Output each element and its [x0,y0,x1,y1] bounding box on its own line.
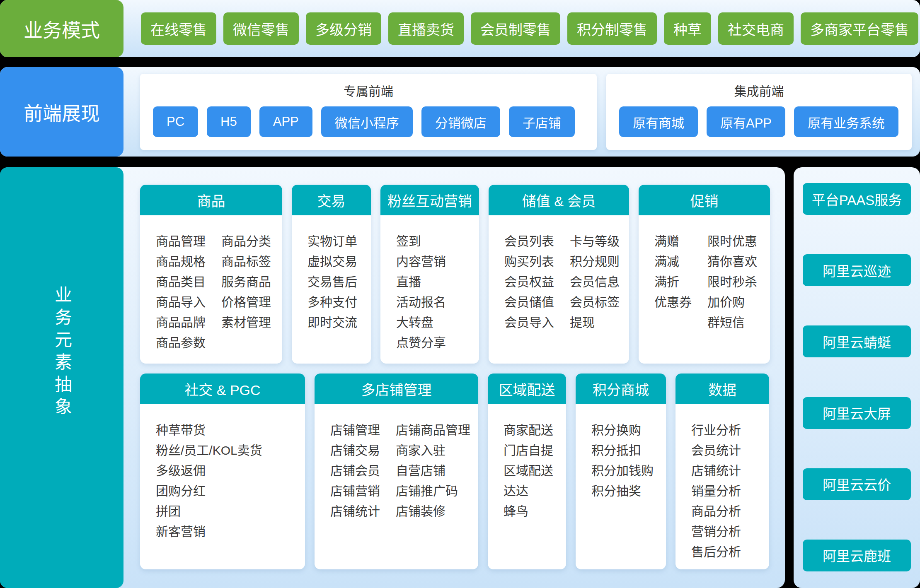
feature-card: 区域配送商家配送门店自提区域配送达达蜂鸟 [488,374,566,569]
card-item: 营销分析 [691,521,741,542]
card-title: 积分商城 [576,374,666,404]
integrated-frontend-nodes: 原有商城原有APP原有业务系统 [606,106,912,137]
card-item: 会员标签 [570,292,620,312]
card-item: 交易售后 [307,272,357,292]
card-title: 区域配送 [488,374,566,404]
diagram-node[interactable]: 阿里云大屏 [803,397,911,429]
feature-card: 数据行业分析会员统计店铺统计销量分析商品分析营销分析售后分析 [675,374,769,569]
card-item: 销量分析 [691,481,741,501]
feature-cards-area: 商品商品管理商品规格商品类目商品导入商品品牌商品参数商品分类商品标签服务商品价格… [140,185,770,569]
diagram-node[interactable]: 积分制零售 [567,12,657,45]
diagram-node[interactable]: 阿里云蜻蜓 [803,325,911,357]
card-item: 大转盘 [396,312,446,333]
diagram-node[interactable]: 微信零售 [223,12,299,45]
frontend-label: 前端展现 [0,67,123,157]
card-body: 会员列表购买列表会员权益会员储值会员导入卡与等级积分规则会员信息会员标签提现 [489,215,629,364]
card-column: 卡与等级积分规则会员信息会员标签提现 [570,231,620,364]
card-item: 多种支付 [307,292,357,312]
card-title: 粉丝互动营销 [380,185,479,215]
card-item: 店铺商品管理 [396,420,470,440]
card-item: 签到 [396,231,446,251]
card-item: 会员储值 [504,292,554,312]
card-item: 售后分析 [691,542,741,562]
card-item: 加价购 [707,292,757,312]
frontend-section: 前端展现 专属前端 PCH5APP微信小程序分销微店子店铺 集成前端 原有商城原… [0,67,920,157]
diagram-node[interactable]: 原有业务系统 [794,106,898,137]
card-item: 行业分析 [691,420,741,440]
feature-card: 交易实物订单虚拟交易交易售后多种支付即时交流 [292,185,371,364]
feature-card: 商品商品管理商品规格商品类目商品导入商品品牌商品参数商品分类商品标签服务商品价格… [140,185,282,364]
feature-card: 社交 & PGC种草带货粉丝/员工/KOL卖货多级返佣团购分红拼团新客营销 [140,374,305,569]
diagram-node[interactable]: 多商家平台零售 [801,12,918,45]
card-column: 店铺管理店铺交易店铺会员店铺营销店铺统计 [330,420,380,569]
card-item: 店铺管理 [330,420,380,440]
business-model-label: 业务模式 [0,0,123,57]
card-item: 群短信 [707,312,757,333]
paas-section: 平台PAAS服务阿里云巡迹阿里云蜻蜓阿里云大屏阿里云云价阿里云鹿班 [794,167,920,588]
diagram-node[interactable]: 阿里云巡迹 [803,254,911,286]
card-item: 积分抽奖 [591,481,654,501]
card-column: 会员列表购买列表会员权益会员储值会员导入 [504,231,554,364]
card-column: 种草带货粉丝/员工/KOL卖货多级返佣团购分红拼团新客营销 [156,420,262,569]
feature-card: 促销满赠满减满折优惠券限时优惠猜你喜欢限时秒杀加价购群短信 [639,185,770,364]
feature-card: 粉丝互动营销签到内容营销直播活动报名大转盘点赞分享 [380,185,479,364]
integrated-frontend-panel: 集成前端 原有商城原有APP原有业务系统 [606,74,912,150]
card-body: 满赠满减满折优惠券限时优惠猜你喜欢限时秒杀加价购群短信 [639,215,770,364]
diagram-node[interactable]: 子店铺 [509,106,575,137]
card-item: 直播 [396,272,446,292]
card-column: 商家配送门店自提区域配送达达蜂鸟 [504,420,553,569]
card-item: 优惠券 [654,292,692,312]
card-item: 会员列表 [504,231,554,251]
diagram-node[interactable]: 分销微店 [421,106,500,137]
card-body: 商家配送门店自提区域配送达达蜂鸟 [488,404,566,569]
card-item: 积分抵扣 [591,440,654,460]
card-column: 限时优惠猜你喜欢限时秒杀加价购群短信 [707,231,757,364]
diagram-node[interactable]: 平台PAAS服务 [803,183,911,215]
diagram-node[interactable]: 直播卖货 [388,12,464,45]
diagram-node[interactable]: 原有APP [707,106,785,137]
diagram-node[interactable]: PC [153,106,198,137]
card-item: 积分加钱购 [591,460,654,481]
card-item: 实物订单 [307,231,357,251]
card-item: 限时优惠 [707,231,757,251]
card-item: 服务商品 [221,272,271,292]
card-body: 实物订单虚拟交易交易售后多种支付即时交流 [292,215,371,364]
diagram-node[interactable]: H5 [207,106,251,137]
card-item: 会员统计 [691,440,741,460]
diagram-node[interactable]: 社交电商 [718,12,794,45]
card-item: 多级返佣 [156,460,262,481]
card-item: 新客营销 [156,521,262,542]
diagram-node[interactable]: 会员制零售 [471,12,560,45]
diagram-node[interactable]: 阿里云云价 [803,468,911,500]
card-item: 区域配送 [504,460,553,481]
card-item: 点赞分享 [396,333,446,353]
card-item: 自营店铺 [396,460,470,481]
architecture-diagram: { "colors": { "green": "#6BAE3C", "blue"… [0,0,920,588]
diagram-node[interactable]: 在线零售 [141,12,216,45]
diagram-node[interactable]: 原有商城 [619,106,698,137]
card-item: 虚拟交易 [307,251,357,272]
integrated-frontend-title: 集成前端 [606,81,912,99]
feature-card: 积分商城积分换购积分抵扣积分加钱购积分抽奖 [576,374,666,569]
card-item: 满折 [654,272,692,292]
diagram-node[interactable]: 多级分销 [306,12,381,45]
card-item: 店铺营销 [330,481,380,501]
card-item: 积分换购 [591,420,654,440]
card-item: 门店自提 [504,440,553,460]
diagram-node[interactable]: 种草 [664,12,711,45]
card-item: 商品分类 [221,231,271,251]
diagram-node[interactable]: APP [259,106,312,137]
card-item: 素材管理 [221,312,271,333]
diagram-node[interactable]: 阿里云鹿班 [803,540,911,571]
cards-row-2: 社交 & PGC种草带货粉丝/员工/KOL卖货多级返佣团购分红拼团新客营销多店铺… [140,374,770,569]
card-item: 团购分红 [156,481,262,501]
feature-card: 多店铺管理店铺管理店铺交易店铺会员店铺营销店铺统计店铺商品管理商家入驻自营店铺店… [315,374,478,569]
card-body: 商品管理商品规格商品类目商品导入商品品牌商品参数商品分类商品标签服务商品价格管理… [140,215,282,364]
card-item: 商家入驻 [396,440,470,460]
card-item: 满减 [654,251,692,272]
card-title: 商品 [140,185,282,215]
diagram-node[interactable]: 微信小程序 [321,106,413,137]
card-title: 多店铺管理 [315,374,478,404]
card-body: 行业分析会员统计店铺统计销量分析商品分析营销分析售后分析 [675,404,769,569]
card-item: 商品标签 [221,251,271,272]
